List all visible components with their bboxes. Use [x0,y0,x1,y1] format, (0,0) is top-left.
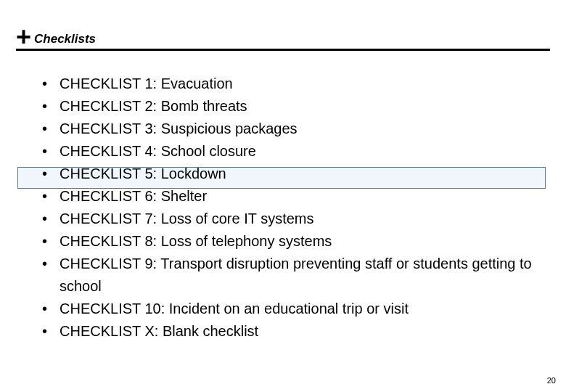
checklist-list: CHECKLIST 1: Evacuation CHECKLIST 2: Bom… [36,73,537,343]
slide: + Checklists CHECKLIST 1: Evacuation CHE… [0,0,566,392]
plus-icon: + [16,26,31,49]
list-item: CHECKLIST 4: School closure [36,140,537,163]
list-item: CHECKLIST 3: Suspicious packages [36,118,537,140]
list-item: CHECKLIST 1: Evacuation [36,73,537,95]
slide-header: + Checklists [16,26,550,51]
list-item: CHECKLIST 5: Lockdown [36,163,537,185]
slide-title: Checklists [34,32,96,46]
list-item: CHECKLIST 9: Transport disruption preven… [36,253,537,298]
list-item: CHECKLIST X: Blank checklist [36,320,537,343]
header-inner: + Checklists [16,26,550,47]
list-item: CHECKLIST 7: Loss of core IT systems [36,208,537,230]
list-item: CHECKLIST 6: Shelter [36,185,537,208]
list-item: CHECKLIST 8: Loss of telephony systems [36,230,537,253]
slide-content: CHECKLIST 1: Evacuation CHECKLIST 2: Bom… [36,73,537,343]
list-item: CHECKLIST 10: Incident on an educational… [36,298,537,320]
list-item: CHECKLIST 2: Bomb threats [36,95,537,118]
page-number: 20 [547,376,556,385]
